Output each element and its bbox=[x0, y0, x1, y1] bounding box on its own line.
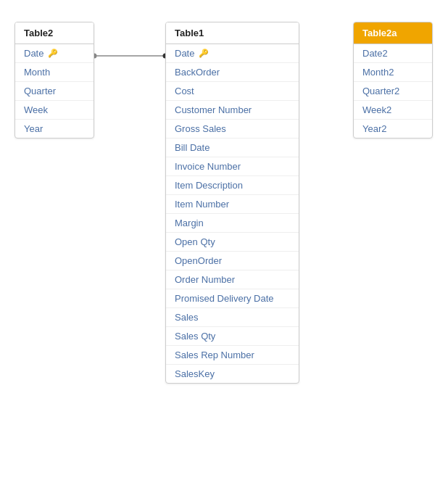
table1-customer-number-label: Customer Number bbox=[175, 104, 252, 115]
table1-row-promised-delivery-date[interactable]: Promised Delivery Date bbox=[166, 289, 299, 308]
table2-year-label: Year bbox=[24, 123, 43, 134]
table1-openorder-label: OpenOrder bbox=[175, 255, 222, 266]
table1-row-date[interactable]: Date 🔑 bbox=[166, 44, 299, 63]
table1-item-number-label: Item Number bbox=[175, 199, 229, 210]
table1-row-open-qty[interactable]: Open Qty bbox=[166, 233, 299, 252]
canvas: Table2 Date 🔑 Month Quarter Week Year Ta… bbox=[0, 0, 448, 504]
table1-row-sales-rep-number[interactable]: Sales Rep Number bbox=[166, 346, 299, 365]
table1-row-sales-qty[interactable]: Sales Qty bbox=[166, 327, 299, 346]
table1-sales-label: Sales bbox=[175, 312, 199, 323]
table1-row-item-number[interactable]: Item Number bbox=[166, 195, 299, 214]
table1-row-order-number[interactable]: Order Number bbox=[166, 270, 299, 289]
table1-margin-label: Margin bbox=[175, 218, 204, 228]
table2a-row-month2[interactable]: Month2 bbox=[354, 63, 432, 82]
key-icon-table2-date: 🔑 bbox=[48, 49, 58, 58]
table2-row-week[interactable]: Week bbox=[15, 101, 94, 120]
table2a-row-quarter2[interactable]: Quarter2 bbox=[354, 82, 432, 101]
table2-row-quarter[interactable]: Quarter bbox=[15, 82, 94, 101]
table1-row-backorder[interactable]: BackOrder bbox=[166, 63, 299, 82]
table1-date-label: Date bbox=[175, 48, 194, 59]
table1-saleskey-label: SalesKey bbox=[175, 368, 215, 379]
table1-open-qty-label: Open Qty bbox=[175, 236, 215, 247]
table1-row-invoice-number[interactable]: Invoice Number bbox=[166, 157, 299, 176]
table2-row-year[interactable]: Year bbox=[15, 120, 94, 138]
table2a-month2-label: Month2 bbox=[362, 67, 394, 78]
table1-row-item-description[interactable]: Item Description bbox=[166, 176, 299, 195]
table2a-row-date2[interactable]: Date2 bbox=[354, 44, 432, 63]
table2-month-label: Month bbox=[24, 67, 50, 78]
table1-row-bill-date[interactable]: Bill Date bbox=[166, 139, 299, 157]
table1-promised-delivery-date-label: Promised Delivery Date bbox=[175, 293, 274, 304]
table2a-header: Table2a bbox=[354, 22, 432, 44]
table2-quarter-label: Quarter bbox=[24, 86, 56, 96]
table1-sales-rep-number-label: Sales Rep Number bbox=[175, 350, 254, 360]
table1-item-description-label: Item Description bbox=[175, 180, 243, 191]
table1-row-customer-number[interactable]: Customer Number bbox=[166, 101, 299, 120]
table2a-quarter2-label: Quarter2 bbox=[362, 86, 399, 96]
key-icon-table1-date: 🔑 bbox=[199, 49, 209, 58]
table2: Table2 Date 🔑 Month Quarter Week Year bbox=[14, 22, 94, 139]
table1-sales-qty-label: Sales Qty bbox=[175, 331, 215, 342]
table1-header: Table1 bbox=[166, 22, 299, 44]
table2a-date2-label: Date2 bbox=[362, 48, 388, 59]
table1-row-saleskey[interactable]: SalesKey bbox=[166, 365, 299, 383]
table1-row-margin[interactable]: Margin bbox=[166, 214, 299, 233]
table2-week-label: Week bbox=[24, 104, 48, 115]
table2-date-label: Date bbox=[24, 48, 43, 59]
table1: Table1 Date 🔑 BackOrder Cost Customer Nu… bbox=[165, 22, 299, 384]
table2-row-date[interactable]: Date 🔑 bbox=[15, 44, 94, 63]
table1-row-gross-sales[interactable]: Gross Sales bbox=[166, 120, 299, 139]
table2a-year2-label: Year2 bbox=[362, 123, 387, 134]
table1-gross-sales-label: Gross Sales bbox=[175, 123, 226, 134]
table1-backorder-label: BackOrder bbox=[175, 67, 220, 78]
table2-row-month[interactable]: Month bbox=[15, 63, 94, 82]
table1-bill-date-label: Bill Date bbox=[175, 142, 210, 153]
table1-order-number-label: Order Number bbox=[175, 274, 235, 285]
table1-row-openorder[interactable]: OpenOrder bbox=[166, 252, 299, 270]
table2a-week2-label: Week2 bbox=[362, 104, 391, 115]
table2-header: Table2 bbox=[15, 22, 94, 44]
table2a: Table2a Date2 Month2 Quarter2 Week2 Year… bbox=[353, 22, 433, 139]
table2a-row-week2[interactable]: Week2 bbox=[354, 101, 432, 120]
table1-row-sales[interactable]: Sales bbox=[166, 308, 299, 327]
table1-row-cost[interactable]: Cost bbox=[166, 82, 299, 101]
table1-invoice-number-label: Invoice Number bbox=[175, 161, 241, 172]
table1-cost-label: Cost bbox=[175, 86, 194, 96]
table2a-row-year2[interactable]: Year2 bbox=[354, 120, 432, 138]
